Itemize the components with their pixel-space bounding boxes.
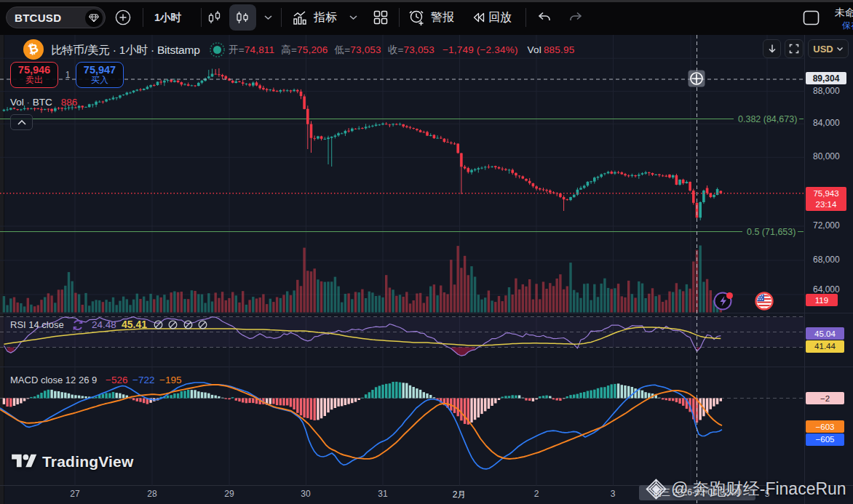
- svg-text:0.382 (84,673): 0.382 (84,673): [738, 114, 797, 124]
- svg-text:0.5 (71,653): 0.5 (71,653): [747, 227, 796, 237]
